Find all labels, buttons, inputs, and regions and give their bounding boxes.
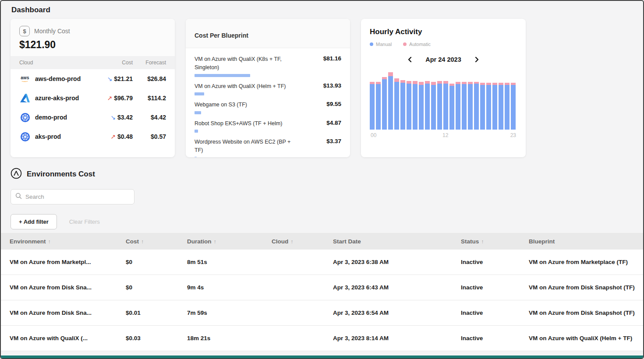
- cell-status: Inactive: [461, 310, 529, 316]
- x-tick: 00: [371, 132, 376, 138]
- blueprint-cost-list: VM on Azure with QualiX (K8s + TF, Singl…: [186, 48, 350, 157]
- legend-automatic: Automatic: [403, 42, 431, 47]
- environments-cost-header: Environments Cost: [11, 168, 643, 181]
- blueprint-cost-item[interactable]: VM on Azure with QualiX (Helm + TF) $13.…: [195, 82, 341, 95]
- cloud-account-name: aws-demo-prod: [35, 75, 92, 82]
- cell-start-date: Apr 3, 2023 8:14 AM: [333, 335, 461, 341]
- x-axis-ticks: 00 12 23: [370, 132, 517, 138]
- cloud-account-name: demo-prod: [35, 114, 92, 121]
- clear-filters-button[interactable]: Clear Filters: [69, 218, 100, 225]
- environment-row[interactable]: VM on Azure from Disk Sna... $0 9m 4s Ap…: [1, 275, 643, 300]
- column-forecast: Forecast: [133, 60, 166, 66]
- hourly-activity-title: Hourly Activity: [370, 28, 517, 36]
- blueprint-cost: $81.16: [323, 55, 341, 62]
- hourly-bar: [370, 82, 375, 130]
- column-cost: Cost: [92, 60, 133, 66]
- cell-duration: 9m 4s: [187, 284, 272, 291]
- account-forecast: $26.84: [133, 75, 166, 82]
- column-duration[interactable]: Duration↑: [187, 238, 272, 245]
- date-navigation: Apr 24 2023: [370, 56, 517, 63]
- sort-asc-icon: ↑: [214, 239, 216, 245]
- account-forecast: $4.42: [133, 114, 166, 121]
- bottom-accent-bar: [1, 355, 643, 358]
- trend-up-icon: ↗: [107, 95, 112, 102]
- cell-duration: 7m 59s: [187, 310, 272, 316]
- column-start-date[interactable]: Start Date: [333, 238, 461, 245]
- column-cost[interactable]: Cost↑: [126, 238, 187, 245]
- aws-icon: aws: [19, 76, 31, 82]
- cell-status: Inactive: [461, 284, 529, 291]
- cloud-account-row[interactable]: aws aws-demo-prod ↘$21.21 $26.84: [11, 69, 175, 88]
- cell-start-date: Apr 3, 2023 6:43 AM: [333, 284, 461, 291]
- blueprint-name: Webgame on S3 (TF): [195, 101, 300, 109]
- hourly-bar: [407, 81, 411, 130]
- blueprint-cost-item[interactable]: VM on Azure with QualiX (K8s + TF, Singl…: [195, 55, 341, 77]
- cell-blueprint: VM on Azure with QualiX (Helm + TF): [529, 335, 643, 341]
- trend-up-icon: ↗: [110, 133, 116, 140]
- cost-per-blueprint-card: Cost Per Blueprint VM on Azure with Qual…: [186, 19, 350, 157]
- cloud-account-row[interactable]: azure-aks-prod ↗$96.79 $114.2: [11, 88, 175, 108]
- hourly-bar: [437, 81, 442, 130]
- hourly-bar: [480, 83, 485, 130]
- blueprint-cost: $3.37: [326, 138, 341, 144]
- kubernetes-icon: [19, 132, 31, 142]
- hourly-bar: [425, 81, 430, 130]
- blueprint-name: VM on Azure with QualiX (Helm + TF): [195, 82, 300, 91]
- monthly-cost-card: $ Monthly Cost $121.90 Cloud Cost Foreca…: [11, 19, 175, 157]
- cell-cost: $0.01: [126, 310, 187, 316]
- cloud-account-row[interactable]: aks-prod ↗$0.48 $0.57: [11, 127, 175, 146]
- search-box[interactable]: [11, 189, 134, 204]
- next-day-button[interactable]: [474, 56, 481, 63]
- environment-row[interactable]: VM on Azure from Disk Sna... $0.01 7m 59…: [1, 300, 643, 326]
- cell-blueprint: VM on Azure from Disk Snapshot (TF): [529, 284, 643, 291]
- account-cost: $96.79: [114, 95, 133, 102]
- cloud-account-row[interactable]: demo-prod ↘$3.42 $4.42: [11, 108, 175, 127]
- manual-legend-dot: [370, 42, 373, 46]
- page-title: Dashboard: [11, 6, 643, 14]
- environment-row[interactable]: VM on Azure with QualiX (... $0.03 18m 2…: [1, 326, 643, 351]
- add-filter-button[interactable]: + Add filter: [11, 214, 57, 229]
- blueprint-cost-item[interactable]: Webgame on S3 (TF) $9.55: [195, 101, 341, 114]
- column-cloud: Cloud: [19, 60, 92, 66]
- cell-cost: $0.03: [126, 335, 187, 341]
- prev-day-button[interactable]: [406, 56, 413, 63]
- search-input[interactable]: [25, 194, 130, 200]
- blueprint-cost-bar: [195, 92, 204, 95]
- account-forecast: $0.57: [133, 133, 166, 140]
- cell-environment: VM on Azure from Disk Sna...: [10, 310, 126, 316]
- azure-icon: [19, 94, 31, 102]
- column-cloud[interactable]: Cloud↑: [272, 238, 333, 245]
- cost-per-blueprint-title: Cost Per Blueprint: [186, 19, 350, 48]
- hourly-bar: [376, 82, 381, 130]
- cell-start-date: Apr 3, 2023 6:38 AM: [333, 259, 461, 265]
- blueprint-cost-item[interactable]: Wordpress Website on AWS EC2 (BP + TF) $…: [195, 138, 341, 157]
- cell-status: Inactive: [461, 259, 529, 265]
- hourly-activity-card: Hourly Activity Manual Automatic Apr 24 …: [361, 19, 526, 157]
- hourly-bar: [486, 83, 491, 130]
- monthly-cost-total: $121.90: [19, 39, 166, 51]
- hourly-bar: [443, 81, 448, 130]
- blueprint-cost: $13.93: [323, 82, 341, 89]
- table-header-row: Environment↑ Cost↑ Duration↑ Cloud↑ Star…: [1, 233, 643, 250]
- automatic-legend-dot: [403, 42, 407, 46]
- monthly-cost-columns: Cloud Cost Forecast: [11, 56, 175, 69]
- account-cost: $21.21: [114, 75, 133, 82]
- torque-logo-icon: [11, 168, 22, 181]
- cell-blueprint: VM on Azure from Disk Snapshot (TF): [529, 310, 643, 316]
- cell-duration: 8m 51s: [187, 259, 272, 265]
- cell-blueprint: VM on Azure from Marketplace (TF): [529, 259, 643, 265]
- environment-row[interactable]: VM on Azure from Marketpl... $0 8m 51s A…: [1, 250, 643, 275]
- filter-bar: + Add filter Clear Filters: [11, 214, 643, 229]
- hourly-bar: [499, 83, 503, 130]
- blueprint-cost-bar: [195, 74, 250, 77]
- blueprint-cost-item[interactable]: Robot Shop EKS+AWS (TF + Helm) $4.87: [195, 120, 341, 133]
- hourly-bar: [462, 82, 467, 130]
- cell-environment: VM on Azure with QualiX (...: [10, 335, 126, 341]
- cell-duration: 18m 21s: [187, 335, 272, 341]
- column-status[interactable]: Status↑: [461, 238, 529, 245]
- sort-asc-icon: ↑: [48, 239, 51, 245]
- hourly-bar: [456, 82, 460, 130]
- column-environment[interactable]: Environment↑: [10, 238, 126, 245]
- column-blueprint[interactable]: Blueprint: [529, 238, 643, 245]
- hourly-bar: [492, 83, 497, 130]
